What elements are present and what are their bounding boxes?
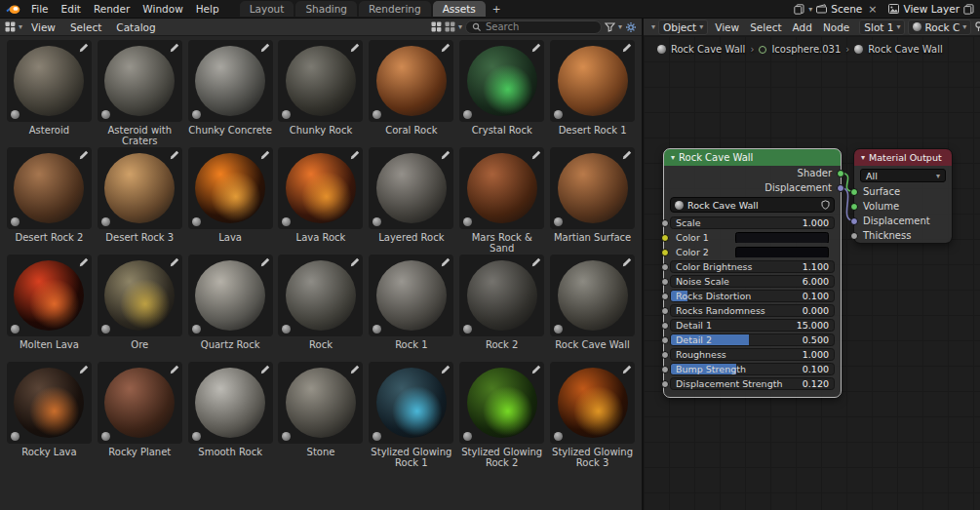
edit-asset-icon[interactable] — [531, 43, 541, 53]
pin-icon[interactable] — [974, 21, 980, 32]
output-socket[interactable] — [837, 170, 844, 177]
asset-card[interactable]: Lava — [186, 147, 275, 255]
edit-asset-icon[interactable] — [170, 365, 179, 374]
asset-thumbnail[interactable] — [98, 40, 182, 122]
linked-copies-icon[interactable] — [794, 4, 804, 15]
view-layer-selector[interactable]: View Layer — [903, 3, 960, 15]
unlink-scene-icon[interactable]: × — [866, 3, 879, 16]
asset-thumbnail[interactable] — [188, 362, 273, 444]
asset-card[interactable]: Stylized Glowing Rock 3 — [548, 362, 637, 469]
asset-thumbnail[interactable] — [369, 40, 453, 122]
input-socket[interactable] — [661, 263, 669, 271]
parameter-slider[interactable]: Color 2 — [670, 246, 835, 258]
collapse-node-icon[interactable]: ▾ — [861, 153, 865, 162]
material-output-node[interactable]: ▾ Material Output All ▾ Surface Volume D… — [854, 149, 952, 243]
input-socket[interactable] — [661, 366, 669, 373]
input-socket[interactable] — [661, 380, 669, 388]
edit-asset-icon[interactable] — [622, 150, 632, 160]
asset-thumbnail[interactable] — [550, 362, 635, 444]
slot-dropdown[interactable]: Slot 1 ▾ — [859, 20, 905, 35]
edit-asset-icon[interactable] — [260, 43, 270, 53]
asset-card[interactable]: Layered Rock — [367, 147, 455, 255]
asset-card[interactable]: Chunky Rock — [277, 40, 366, 147]
blender-logo-icon[interactable] — [6, 4, 20, 15]
asset-card[interactable]: Rock Cave Wall — [548, 255, 637, 362]
asset-thumbnail[interactable] — [7, 40, 92, 122]
menu-window[interactable]: Window — [137, 1, 188, 17]
input-socket[interactable] — [850, 217, 858, 225]
asset-thumbnail[interactable] — [369, 255, 453, 336]
asset-card[interactable]: Quartz Rock — [186, 255, 275, 362]
edit-asset-icon[interactable] — [622, 365, 632, 374]
settings-gear-icon[interactable] — [625, 21, 637, 33]
parameter-slider[interactable]: Detail 2 0.500 — [670, 333, 835, 346]
edit-asset-icon[interactable] — [531, 365, 541, 374]
display-mode-icon[interactable] — [445, 21, 455, 32]
asset-card[interactable]: Rocky Planet — [96, 362, 184, 469]
asset-thumbnail[interactable] — [369, 147, 453, 229]
search-box[interactable] — [465, 20, 602, 34]
edit-asset-icon[interactable] — [79, 43, 89, 53]
input-socket[interactable] — [661, 278, 669, 286]
menu-edit[interactable]: Edit — [56, 1, 87, 17]
tab-shading[interactable]: Shading — [295, 1, 357, 17]
edit-asset-icon[interactable] — [79, 257, 89, 267]
asset-card[interactable]: Asteroid — [5, 40, 94, 147]
asset-thumbnail[interactable] — [7, 147, 92, 229]
edit-asset-icon[interactable] — [622, 257, 632, 267]
menu-select[interactable]: Select — [746, 20, 785, 35]
menu-view[interactable]: View — [25, 20, 61, 35]
asset-card[interactable]: Desert Rock 1 — [548, 40, 637, 147]
editor-type-icon[interactable] — [5, 21, 16, 32]
parameter-slider[interactable]: Roughness 1.000 — [670, 348, 835, 361]
asset-thumbnail[interactable] — [369, 362, 453, 444]
asset-card[interactable]: Smooth Rock — [186, 362, 275, 469]
fake-user-shield-icon[interactable] — [821, 200, 830, 210]
asset-card[interactable]: Desert Rock 2 — [5, 147, 94, 255]
menu-view[interactable]: View — [711, 20, 743, 35]
menu-catalog[interactable]: Catalog — [110, 20, 161, 35]
edit-asset-icon[interactable] — [531, 257, 541, 267]
asset-card[interactable]: Molten Lava — [5, 255, 94, 362]
asset-thumbnail[interactable] — [459, 40, 544, 122]
input-socket[interactable] — [661, 219, 669, 227]
asset-card[interactable]: Rock — [277, 255, 366, 362]
group-node-rock-cave-wall[interactable]: ▾ Rock Cave Wall Shader Displacement Roc… — [664, 149, 841, 397]
asset-thumbnail[interactable] — [278, 40, 363, 122]
edit-asset-icon[interactable] — [441, 365, 451, 374]
edit-asset-icon[interactable] — [350, 365, 360, 374]
parameter-slider[interactable]: Detail 1 15.000 — [670, 319, 835, 332]
menu-node[interactable]: Node — [819, 20, 853, 35]
collapse-node-icon[interactable]: ▾ — [671, 153, 675, 162]
asset-thumbnail[interactable] — [7, 362, 92, 444]
menu-help[interactable]: Help — [190, 1, 225, 17]
asset-thumbnail[interactable] — [278, 147, 363, 229]
parameter-slider[interactable]: Rocks Distortion 0.100 — [670, 290, 835, 302]
input-socket[interactable] — [850, 203, 858, 211]
edit-asset-icon[interactable] — [531, 150, 541, 160]
asset-thumbnail[interactable] — [98, 147, 182, 229]
asset-card[interactable]: Mars Rock & Sand — [457, 147, 546, 255]
edit-asset-icon[interactable] — [79, 365, 89, 374]
scene-selector[interactable]: Scene — [831, 3, 862, 15]
asset-card[interactable]: Stylized Glowing Rock 2 — [457, 362, 546, 469]
asset-thumbnail[interactable] — [98, 362, 182, 444]
material-selector[interactable]: Rock C ▾ — [908, 20, 971, 35]
parameter-slider[interactable]: Displacement Strength 0.120 — [670, 377, 835, 390]
asset-thumbnail[interactable] — [459, 147, 544, 229]
output-target-dropdown[interactable]: All ▾ — [860, 169, 946, 182]
tab-assets[interactable]: Assets — [433, 1, 486, 17]
node-group-name-field[interactable]: Rock Cave Wall — [670, 197, 835, 213]
asset-thumbnail[interactable] — [459, 362, 544, 444]
input-socket[interactable] — [661, 234, 669, 242]
asset-card[interactable]: Ore — [96, 255, 184, 362]
input-socket[interactable] — [661, 293, 669, 300]
asset-thumbnail[interactable] — [278, 255, 363, 336]
input-socket[interactable] — [661, 322, 669, 330]
asset-thumbnail[interactable] — [550, 40, 635, 122]
input-socket[interactable] — [850, 188, 858, 196]
edit-asset-icon[interactable] — [350, 43, 360, 53]
input-socket[interactable] — [661, 249, 669, 256]
node-canvas[interactable]: Rock Cave Wall › Icosphere.031 › Rock Ca… — [644, 36, 980, 510]
edit-asset-icon[interactable] — [441, 150, 451, 160]
